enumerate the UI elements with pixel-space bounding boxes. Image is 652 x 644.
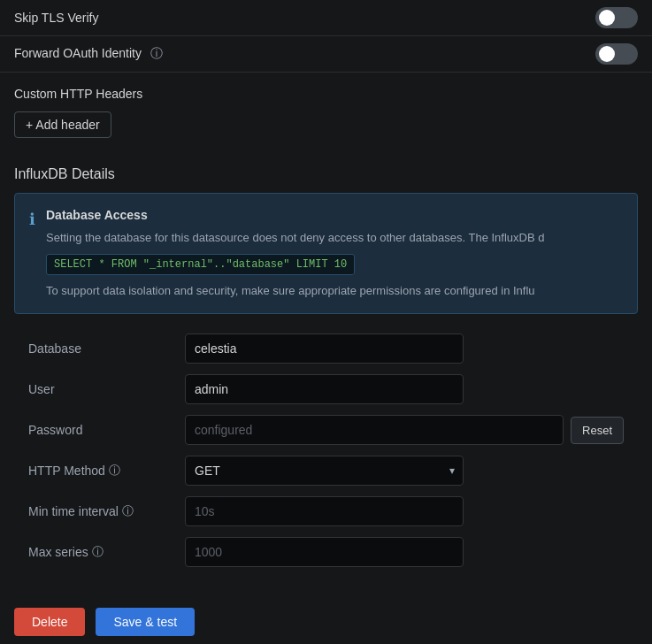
skip-tls-label: Skip TLS Verify xyxy=(14,11,595,25)
http-method-select-wrap: GET POST ▾ xyxy=(185,456,464,486)
database-row: Database xyxy=(14,328,638,369)
user-input[interactable] xyxy=(185,374,464,404)
settings-page: Skip TLS Verify Forward OAuth Identity ⓘ… xyxy=(0,0,652,644)
skip-tls-toggle[interactable] xyxy=(595,7,638,28)
custom-headers-section: Custom HTTP Headers xyxy=(0,73,652,108)
forward-oauth-info-icon[interactable]: ⓘ xyxy=(150,46,163,60)
max-series-label-group: Max series ⓘ xyxy=(28,544,171,560)
custom-headers-label: Custom HTTP Headers xyxy=(14,87,142,101)
database-label: Database xyxy=(28,341,81,356)
reset-password-button[interactable]: Reset xyxy=(571,417,624,444)
password-field-group: Reset xyxy=(185,415,624,445)
min-time-row: Min time interval ⓘ xyxy=(14,491,638,532)
influxdb-form: Database User Password xyxy=(14,328,638,572)
save-test-button[interactable]: Save & test xyxy=(96,608,195,636)
delete-button[interactable]: Delete xyxy=(14,608,85,636)
banner-text2: To support data isolation and security, … xyxy=(46,282,623,300)
max-series-label: Max series xyxy=(28,545,88,559)
banner-title: Database Access xyxy=(46,208,623,222)
database-input[interactable] xyxy=(185,334,464,364)
action-bar: Delete Save & test xyxy=(0,594,652,644)
max-series-input[interactable] xyxy=(185,537,464,567)
forward-oauth-row: Forward OAuth Identity ⓘ xyxy=(0,36,652,73)
forward-oauth-label: Forward OAuth Identity ⓘ xyxy=(14,46,595,62)
password-row: Password Reset xyxy=(14,410,638,450)
user-row: User xyxy=(14,369,638,410)
banner-code: SELECT * FROM "_internal".."database" LI… xyxy=(46,254,355,275)
max-series-info-icon[interactable]: ⓘ xyxy=(92,544,104,560)
influxdb-section: InfluxDB Details ℹ Database Access Setti… xyxy=(0,152,652,586)
forward-oauth-toggle[interactable] xyxy=(595,43,638,65)
password-label: Password xyxy=(28,423,82,437)
user-label: User xyxy=(28,382,55,396)
http-method-label-group: HTTP Method ⓘ xyxy=(28,463,171,479)
http-method-row: HTTP Method ⓘ GET POST ▾ xyxy=(14,450,638,491)
min-time-label: Min time interval xyxy=(28,504,119,518)
banner-info-icon: ℹ xyxy=(29,210,35,299)
min-time-info-icon[interactable]: ⓘ xyxy=(122,503,134,519)
database-access-banner: ℹ Database Access Setting the database f… xyxy=(14,193,638,314)
banner-content: Database Access Setting the database for… xyxy=(46,208,623,299)
max-series-row: Max series ⓘ xyxy=(14,532,638,572)
http-method-select[interactable]: GET POST xyxy=(185,456,464,486)
http-method-info-icon[interactable]: ⓘ xyxy=(109,463,120,479)
add-header-button[interactable]: + Add header xyxy=(14,111,111,138)
influxdb-section-title: InfluxDB Details xyxy=(14,166,638,182)
min-time-label-group: Min time interval ⓘ xyxy=(28,503,171,519)
http-method-label: HTTP Method xyxy=(28,464,105,478)
password-input[interactable] xyxy=(185,415,564,445)
banner-text1: Setting the database for this datasource… xyxy=(46,229,623,247)
skip-tls-row: Skip TLS Verify xyxy=(0,0,652,36)
min-time-input[interactable] xyxy=(185,496,464,526)
